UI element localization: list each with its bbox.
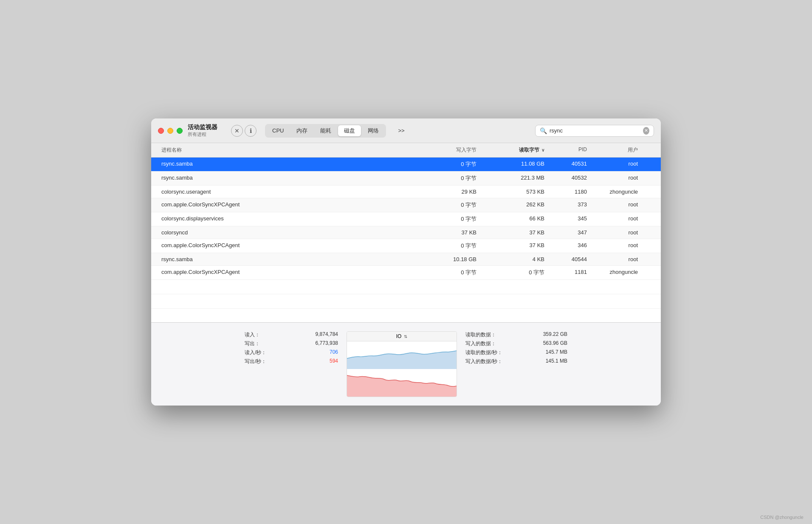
col-header-user[interactable]: 用户 — [590, 143, 641, 157]
stat-label: 读取的数据： — [465, 331, 496, 338]
tab-disk[interactable]: 磁盘 — [338, 125, 361, 136]
cell-extra — [641, 226, 654, 239]
search-clear-button[interactable]: ✕ — [643, 127, 649, 135]
app-title-block: 活动监视器 所有进程 — [188, 124, 217, 138]
table-row[interactable]: colorsync.displayservices 0 字节 66 KB 345… — [151, 212, 661, 226]
chart-canvas — [347, 341, 457, 397]
cell-name: rsync.samba — [158, 158, 412, 171]
cell-pid: 347 — [548, 226, 590, 239]
stat-value: 594 — [330, 358, 338, 365]
cell-pid: 345 — [548, 212, 590, 226]
close-icon-btn[interactable]: ✕ — [231, 125, 243, 137]
cell-extra — [641, 212, 654, 226]
cell-pid: 1181 — [548, 266, 590, 279]
cell-extra — [641, 266, 654, 279]
watermark: CSDN @zhonguncle — [760, 515, 804, 520]
cell-name: colorsync.useragent — [158, 186, 412, 198]
cell-user: zhonguncle — [590, 186, 641, 198]
stat-value: 9,874,784 — [316, 331, 338, 338]
cell-read: 37 KB — [480, 226, 548, 239]
stat-row: 读取的数据/秒：145.7 MB — [465, 349, 567, 356]
cell-pid: 40544 — [548, 253, 590, 265]
table-row[interactable]: rsync.samba 0 字节 11.08 GB 40531 root — [151, 158, 661, 172]
cell-name: com.apple.ColorSyncXPCAgent — [158, 266, 412, 279]
chart-header: IO ⇅ — [347, 332, 457, 341]
table-row[interactable]: colorsyncd 37 KB 37 KB 347 root — [151, 226, 661, 239]
cell-write: 10.18 GB — [412, 253, 480, 265]
stat-row: 写出：6,773,938 — [245, 340, 338, 347]
table-row[interactable]: colorsync.useragent 29 KB 573 KB 1180 zh… — [151, 186, 661, 198]
stat-row: 读入：9,874,784 — [245, 331, 338, 338]
stat-label: 写入的数据/秒： — [465, 358, 502, 365]
io-svg — [347, 341, 457, 397]
stat-label: 读入： — [245, 331, 260, 338]
cell-extra — [641, 198, 654, 212]
more-button[interactable]: >> — [395, 126, 408, 135]
empty-area — [151, 280, 661, 322]
cell-read: 66 KB — [480, 212, 548, 226]
cell-extra — [641, 186, 654, 198]
cell-read: 4 KB — [480, 253, 548, 265]
cell-write: 0 字节 — [412, 239, 480, 253]
stat-label: 写出/秒： — [245, 358, 266, 365]
col-header-pid[interactable]: PID — [548, 143, 590, 157]
table-row[interactable]: rsync.samba 0 字节 221.3 MB 40532 root — [151, 172, 661, 186]
col-header-extra — [641, 143, 654, 157]
table-row[interactable]: com.apple.ColorSyncXPCAgent 0 字节 37 KB 3… — [151, 239, 661, 253]
tab-network[interactable]: 网络 — [362, 125, 385, 136]
cell-user: root — [590, 158, 641, 171]
cell-write: 29 KB — [412, 186, 480, 198]
cell-read: 262 KB — [480, 198, 548, 212]
cell-read: 37 KB — [480, 239, 548, 253]
cell-user: zhonguncle — [590, 266, 641, 279]
io-chart: IO ⇅ — [347, 331, 457, 397]
cell-name: colorsync.displayservices — [158, 212, 412, 226]
table-row[interactable]: rsync.samba 10.18 GB 4 KB 40544 root — [151, 253, 661, 266]
col-header-write[interactable]: 写入字节 — [412, 143, 480, 157]
col-header-name[interactable]: 进程名称 — [158, 143, 412, 157]
cell-user: root — [590, 253, 641, 265]
cell-pid: 1180 — [548, 186, 590, 198]
x-icon: ✕ — [234, 127, 240, 134]
stat-value: 145.1 MB — [546, 358, 567, 365]
search-icon: 🔍 — [540, 127, 547, 134]
cell-name: com.apple.ColorSyncXPCAgent — [158, 198, 412, 212]
table-row[interactable]: com.apple.ColorSyncXPCAgent 0 字节 0 字节 11… — [151, 266, 661, 280]
cell-write: 37 KB — [412, 226, 480, 239]
cell-read: 0 字节 — [480, 266, 548, 279]
col-header-read[interactable]: 读取字节 ∨ — [480, 143, 548, 157]
search-input[interactable] — [550, 127, 640, 134]
stat-row: 写出/秒：594 — [245, 358, 338, 365]
cell-user: root — [590, 212, 641, 226]
stat-row: 读入/秒：706 — [245, 349, 338, 356]
table-header: 进程名称 写入字节 读取字节 ∨ PID 用户 — [151, 143, 661, 158]
search-bar: 🔍 ✕ — [535, 125, 654, 137]
cell-name: com.apple.ColorSyncXPCAgent — [158, 239, 412, 253]
cell-write: 0 字节 — [412, 172, 480, 185]
cell-user: root — [590, 239, 641, 253]
stat-value: 563.96 GB — [543, 340, 567, 347]
close-button[interactable] — [158, 128, 164, 134]
cell-write: 0 字节 — [412, 158, 480, 171]
chart-sort-button[interactable]: ⇅ — [404, 334, 407, 339]
tab-cpu[interactable]: CPU — [266, 125, 290, 136]
stat-label: 读取的数据/秒： — [465, 349, 502, 356]
cell-write: 0 字节 — [412, 266, 480, 279]
tab-energy[interactable]: 能耗 — [314, 125, 337, 136]
info-icon-btn[interactable]: ℹ — [245, 125, 257, 137]
sort-indicator: ∨ — [541, 148, 544, 152]
stats-right: 读取的数据：359.22 GB写入的数据：563.96 GB读取的数据/秒：14… — [465, 331, 567, 397]
stat-value: 706 — [330, 349, 338, 356]
tab-group: CPU 内存 能耗 磁盘 网络 — [265, 124, 386, 138]
table-row[interactable]: com.apple.ColorSyncXPCAgent 0 字节 262 KB … — [151, 198, 661, 212]
cell-extra — [641, 239, 654, 253]
cell-name: colorsyncd — [158, 226, 412, 239]
cell-read: 573 KB — [480, 186, 548, 198]
tab-memory[interactable]: 内存 — [290, 125, 313, 136]
maximize-button[interactable] — [177, 128, 183, 134]
stat-value: 6,773,938 — [316, 340, 338, 347]
cell-user: root — [590, 172, 641, 185]
minimize-button[interactable] — [167, 128, 173, 134]
activity-monitor-window: 活动监视器 所有进程 ✕ ℹ CPU 内存 能耗 磁盘 网络 >> 🔍 ✕ 进程… — [151, 118, 661, 406]
write-area — [347, 375, 457, 397]
